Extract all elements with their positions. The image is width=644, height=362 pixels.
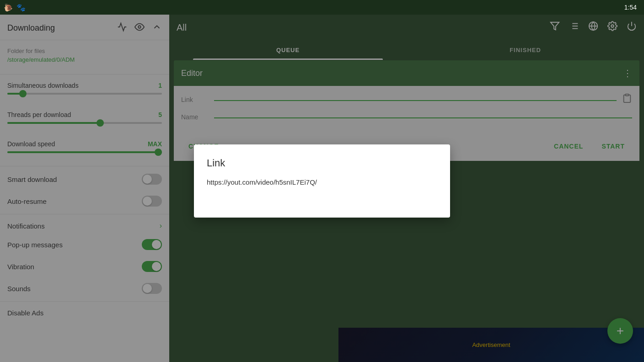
status-app-icons: 🐌 🐾 (4, 3, 26, 12)
modal-overlay[interactable]: Link https://yout.com/video/h5snIL7Ei7Q/ (0, 0, 644, 362)
modal-title: Link (207, 157, 437, 169)
status-bar-icons: 1:54 (624, 4, 637, 11)
app-icon-1: 🐌 (4, 3, 13, 12)
status-time: 1:54 (624, 4, 637, 11)
modal-dialog: Link https://yout.com/video/h5snIL7Ei7Q/ (194, 144, 450, 218)
app-icon-2: 🐾 (16, 3, 26, 12)
status-bar: 🐌 🐾 1:54 (0, 0, 644, 15)
modal-content: https://yout.com/video/h5snIL7Ei7Q/ (207, 178, 437, 186)
